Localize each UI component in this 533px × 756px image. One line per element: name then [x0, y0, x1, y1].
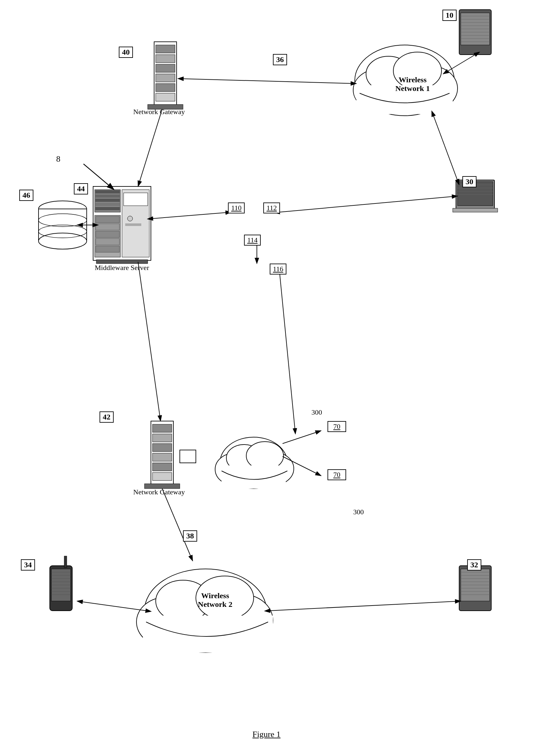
- arrow-gw2-wn2: [162, 489, 193, 561]
- diagram: 10 36 40 8 44 46 30 110 112 114 116 42 3…: [0, 0, 533, 756]
- label-70a: 70: [327, 421, 346, 432]
- svg-rect-44: [96, 246, 119, 252]
- label-42: 42: [100, 412, 114, 423]
- svg-rect-88: [64, 556, 67, 567]
- arrow-112-30: [279, 196, 458, 212]
- svg-rect-49: [153, 444, 172, 452]
- svg-rect-26: [156, 93, 175, 101]
- label-38: 38: [183, 530, 197, 542]
- svg-rect-22: [156, 55, 175, 63]
- diagram-svg: [0, 0, 533, 756]
- label-110: 110: [228, 202, 245, 213]
- svg-rect-31: [95, 195, 120, 198]
- label-36: 36: [273, 54, 287, 65]
- mobile-phone-34-icon: [50, 556, 72, 611]
- label-44: 44: [74, 183, 88, 195]
- network-gateway-1-label: Network Gateway: [133, 108, 185, 116]
- arrow-mw-110: [153, 212, 231, 219]
- label-300b: 300: [353, 508, 364, 516]
- svg-rect-30: [95, 190, 120, 194]
- svg-rect-25: [156, 84, 175, 92]
- label-30: 30: [462, 176, 476, 187]
- label-34: 34: [21, 559, 35, 571]
- svg-rect-47: [153, 424, 172, 432]
- svg-rect-40: [96, 216, 119, 223]
- middleware-server-icon: [93, 186, 151, 263]
- wireless-network-2-label: Wireless Network 2: [170, 591, 260, 609]
- network-gateway-2-label: Network Gateway: [133, 488, 185, 496]
- svg-point-37: [127, 216, 133, 221]
- internet-cloud: [215, 437, 294, 489]
- svg-rect-45: [96, 260, 148, 263]
- svg-rect-54: [180, 450, 196, 463]
- figure-caption: Figure 1: [234, 730, 299, 739]
- svg-rect-21: [156, 45, 175, 53]
- svg-rect-50: [153, 453, 172, 461]
- label-70b: 70: [327, 469, 346, 480]
- middleware-server-label: Middleware Server: [95, 263, 149, 272]
- arrow-wn2-34: [77, 601, 146, 611]
- svg-rect-52: [153, 472, 172, 480]
- svg-rect-38: [125, 223, 141, 226]
- svg-rect-24: [156, 74, 175, 82]
- network-gateway-1-icon: [148, 42, 183, 109]
- arrow-116-cloud: [279, 270, 295, 434]
- svg-rect-48: [153, 434, 172, 442]
- svg-point-57: [38, 233, 87, 249]
- svg-rect-34: [95, 207, 120, 210]
- label-114: 114: [244, 235, 261, 246]
- label-10: 10: [443, 10, 457, 21]
- wireless-network-2-cloud: [137, 569, 273, 653]
- svg-rect-51: [153, 463, 172, 471]
- svg-rect-42: [96, 231, 119, 237]
- svg-rect-43: [96, 238, 119, 245]
- device-32-icon: [459, 566, 491, 611]
- wireless-network-1-label: Wireless Network 1: [368, 75, 458, 93]
- arrow-8-mw: [84, 164, 114, 190]
- arrow-gw1-wn1: [183, 79, 356, 84]
- mobile-device-10-icon: [459, 10, 491, 55]
- label-46: 46: [19, 190, 33, 201]
- arrow-mw-gw2: [138, 262, 161, 421]
- label-8: 8: [56, 154, 60, 164]
- label-112: 112: [263, 202, 280, 213]
- label-32: 32: [467, 559, 481, 571]
- svg-rect-32: [95, 199, 120, 202]
- svg-rect-41: [96, 224, 119, 230]
- network-gateway-2-icon: [144, 421, 196, 489]
- arrow-wn2-32: [270, 601, 461, 611]
- arrow-wn1-30: [433, 116, 459, 185]
- label-300a: 300: [312, 408, 322, 417]
- svg-rect-23: [156, 64, 175, 72]
- svg-rect-77: [453, 208, 498, 212]
- arrow-gw1-mw: [138, 109, 162, 186]
- svg-rect-33: [95, 203, 120, 206]
- label-116: 116: [270, 263, 287, 275]
- arrow-cloud-70a: [283, 431, 321, 444]
- svg-rect-36: [124, 193, 148, 206]
- label-40: 40: [119, 47, 133, 58]
